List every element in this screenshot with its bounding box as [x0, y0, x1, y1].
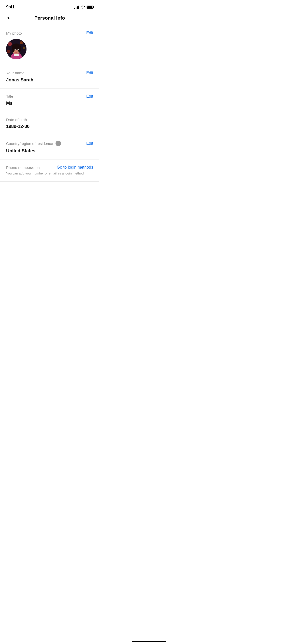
photo-label: My photo — [6, 31, 22, 35]
dob-value: 1989-12-30 — [6, 124, 93, 129]
back-button[interactable]: < — [5, 14, 12, 22]
title-header: Title Edit — [6, 94, 93, 99]
svg-point-3 — [23, 47, 25, 49]
phone-label: Phone number/email — [6, 165, 41, 170]
title-label: Title — [6, 94, 13, 98]
svg-point-9 — [12, 45, 15, 52]
country-label-row: Country/region of residence — [6, 141, 61, 146]
avatar[interactable] — [6, 39, 26, 59]
svg-rect-15 — [14, 54, 19, 56]
phone-header: Phone number/email Go to login methods — [6, 165, 93, 170]
status-icons — [74, 5, 93, 9]
phone-section: Phone number/email Go to login methods Y… — [0, 159, 99, 182]
title-edit-button[interactable]: Edit — [86, 94, 93, 99]
name-header: Your name Edit — [6, 71, 93, 75]
content: My photo Edit — [0, 25, 99, 182]
svg-point-1 — [8, 42, 12, 46]
title-section: Title Edit Ms — [0, 89, 99, 112]
photo-header: My photo Edit — [6, 31, 93, 35]
svg-point-14 — [17, 49, 18, 50]
country-label: Country/region of residence — [6, 141, 53, 146]
dob-header: Date of birth — [6, 118, 93, 122]
title-value: Ms — [6, 101, 93, 106]
country-edit-button[interactable]: Edit — [86, 141, 93, 146]
name-value: Jonas Sarah — [6, 77, 93, 83]
photo-edit-button[interactable]: Edit — [86, 31, 93, 35]
country-section: Country/region of residence Edit United … — [0, 135, 99, 159]
status-time: 9:41 — [6, 5, 15, 10]
name-section: Your name Edit Jonas Sarah — [0, 65, 99, 89]
svg-point-2 — [20, 41, 23, 44]
signal-icon — [74, 5, 79, 9]
country-header: Country/region of residence Edit — [6, 141, 93, 146]
name-label: Your name — [6, 71, 24, 75]
svg-point-13 — [14, 49, 15, 50]
svg-point-10 — [18, 45, 21, 52]
country-flag-icon — [56, 141, 61, 146]
page-title: Personal info — [34, 15, 65, 21]
dob-label: Date of birth — [6, 118, 27, 122]
phone-subtitle: You can add your number or email as a lo… — [6, 171, 93, 176]
wifi-icon — [80, 5, 85, 9]
battery-icon — [87, 6, 93, 9]
dob-section: Date of birth 1989-12-30 — [0, 112, 99, 135]
svg-point-4 — [7, 50, 10, 53]
name-edit-button[interactable]: Edit — [86, 71, 93, 75]
country-value: United States — [6, 148, 93, 154]
photo-section: My photo Edit — [0, 25, 99, 65]
nav-bar: < Personal info — [0, 13, 99, 25]
status-bar: 9:41 — [0, 0, 99, 13]
go-to-login-methods-button[interactable]: Go to login methods — [57, 165, 93, 170]
